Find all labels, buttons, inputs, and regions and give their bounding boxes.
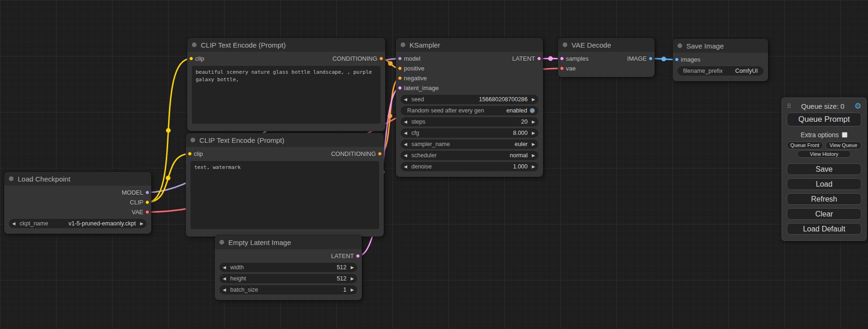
view-history-button[interactable]: View History: [797, 150, 851, 158]
increment-arrow-icon[interactable]: ▶: [349, 276, 354, 281]
input-slot-images: images: [673, 55, 768, 64]
negative-input-dot[interactable]: [398, 76, 402, 80]
steps-widget[interactable]: ◀ steps 20 ▶: [401, 117, 538, 126]
collapse-dot[interactable]: [563, 42, 567, 47]
prev-value-arrow-icon[interactable]: ◀: [404, 142, 409, 147]
collapse-dot[interactable]: [219, 240, 224, 245]
next-value-arrow-icon[interactable]: ▶: [530, 153, 535, 158]
collapse-dot[interactable]: [677, 43, 682, 48]
node-empty-latent-image[interactable]: Empty Latent Image LATENT ◀ width 512 ▶ …: [215, 235, 362, 300]
scheduler-widget[interactable]: ◀ scheduler normal ▶: [401, 151, 538, 160]
widget-label: seed: [411, 96, 424, 103]
latent-image-input-dot[interactable]: [398, 86, 402, 90]
conditioning-output-dot[interactable]: [379, 56, 383, 61]
view-queue-button[interactable]: View Queue: [826, 141, 862, 149]
clip-input-dot[interactable]: [189, 56, 193, 61]
node-title: CLIP Text Encode (Prompt): [201, 41, 286, 49]
increment-arrow-icon[interactable]: ▶: [349, 287, 354, 292]
clip-slot-dot[interactable]: [145, 200, 149, 204]
latent-output-dot[interactable]: [356, 254, 360, 258]
widget-label: filename_prefix: [683, 68, 723, 74]
vae-slot-dot[interactable]: [145, 210, 149, 214]
batch-size-widget[interactable]: ◀ batch_size 1 ▶: [219, 285, 357, 294]
images-input-dot[interactable]: [675, 57, 679, 62]
decrement-arrow-icon[interactable]: ◀: [404, 131, 409, 135]
queue-prompt-button[interactable]: Queue Prompt: [787, 112, 861, 126]
node-title-bar[interactable]: Save Image: [673, 39, 768, 53]
node-title-bar[interactable]: CLIP Text Encode (Prompt): [187, 38, 385, 52]
collapse-dot[interactable]: [192, 42, 197, 47]
image-output-dot[interactable]: [649, 56, 653, 61]
negative-prompt-textarea[interactable]: text, watermark: [191, 161, 379, 229]
decrement-arrow-icon[interactable]: ◀: [404, 164, 409, 169]
decrement-arrow-icon[interactable]: ◀: [404, 119, 409, 124]
increment-arrow-icon[interactable]: ▶: [530, 131, 535, 135]
sampler-name-widget[interactable]: ◀ sampler_name euler ▶: [401, 140, 538, 149]
conditioning-output-dot[interactable]: [378, 152, 382, 156]
prev-value-arrow-icon[interactable]: ◀: [12, 221, 17, 226]
node-title-bar[interactable]: VAE Decode: [558, 38, 655, 52]
positive-input-dot[interactable]: [398, 66, 402, 70]
samples-input-dot[interactable]: [560, 56, 564, 61]
widget-value: ComfyUI: [735, 68, 758, 74]
increment-arrow-icon[interactable]: ▶: [349, 265, 354, 270]
node-title-bar[interactable]: Load Checkpoint: [4, 172, 151, 186]
collapse-dot[interactable]: [191, 138, 195, 142]
decrement-arrow-icon[interactable]: ◀: [223, 265, 228, 270]
settings-gear-icon[interactable]: ⚙: [854, 102, 861, 110]
node-clip-text-encode-negative[interactable]: CLIP Text Encode (Prompt) clip CONDITION…: [186, 133, 384, 237]
refresh-button[interactable]: Refresh: [787, 193, 861, 205]
node-title: Load Checkpoint: [18, 175, 71, 183]
increment-arrow-icon[interactable]: ▶: [530, 119, 535, 124]
widget-value: normal: [510, 152, 528, 159]
save-button[interactable]: Save: [787, 163, 861, 175]
width-widget[interactable]: ◀ width 512 ▶: [219, 263, 357, 272]
collapse-dot[interactable]: [9, 176, 14, 181]
input-slot-vae: vae: [558, 63, 655, 73]
decrement-arrow-icon[interactable]: ◀: [223, 287, 228, 292]
clip-input-dot[interactable]: [188, 152, 192, 156]
node-save-image[interactable]: Save Image images filename_prefix ComfyU…: [673, 39, 768, 81]
load-default-button[interactable]: Load Default: [787, 223, 861, 235]
increment-arrow-icon[interactable]: ▶: [530, 164, 535, 169]
decrement-arrow-icon[interactable]: ◀: [223, 276, 228, 281]
node-title-bar[interactable]: KSampler: [396, 38, 543, 52]
next-value-arrow-icon[interactable]: ▶: [138, 221, 143, 226]
queue-front-button[interactable]: Queue Front: [787, 141, 823, 149]
drag-handle-icon[interactable]: ⠿: [787, 103, 791, 110]
ckpt-name-widget[interactable]: ◀ ckpt_name v1-5-pruned-emaonly.ckpt ▶: [9, 219, 147, 228]
model-input-dot[interactable]: [398, 56, 402, 61]
widget-label: scheduler: [411, 152, 437, 159]
input-label-images: images: [681, 56, 700, 63]
output-label-vae: VAE: [132, 209, 143, 216]
filename-prefix-widget[interactable]: filename_prefix ComfyUI: [677, 66, 763, 76]
node-ksampler[interactable]: KSampler model LATENT positive negative …: [396, 38, 543, 177]
output-slot-latent: LATENT: [215, 251, 362, 261]
cfg-widget[interactable]: ◀ cfg 8.000 ▶: [401, 128, 538, 138]
model-slot-dot[interactable]: [145, 190, 149, 195]
widget-value: 8.000: [513, 130, 528, 136]
increment-arrow-icon[interactable]: ▶: [530, 97, 535, 102]
prev-value-arrow-icon[interactable]: ◀: [404, 153, 409, 158]
node-title-bar[interactable]: Empty Latent Image: [215, 235, 362, 249]
node-clip-text-encode-positive[interactable]: CLIP Text Encode (Prompt) clip CONDITION…: [187, 38, 385, 131]
next-value-arrow-icon[interactable]: ▶: [530, 142, 535, 147]
toggle-dot[interactable]: [529, 108, 535, 113]
random-seed-toggle-widget[interactable]: Random seed after every gen enabled: [401, 106, 538, 115]
link-clip-negative[interactable]: [147, 154, 190, 203]
seed-widget[interactable]: ◀ seed 156680208700286 ▶: [401, 95, 538, 104]
load-button[interactable]: Load: [787, 178, 861, 190]
denoise-widget[interactable]: ◀ denoise 1.000 ▶: [401, 162, 538, 171]
decrement-arrow-icon[interactable]: ◀: [404, 97, 409, 102]
vae-input-dot[interactable]: [560, 66, 564, 70]
node-vae-decode[interactable]: VAE Decode samples IMAGE vae: [558, 38, 655, 77]
positive-prompt-textarea[interactable]: beautiful scenery nature glass bottle la…: [192, 66, 381, 124]
clear-button[interactable]: Clear: [787, 208, 861, 220]
collapse-dot[interactable]: [401, 42, 405, 47]
node-title-bar[interactable]: CLIP Text Encode (Prompt): [186, 133, 384, 147]
node-load-checkpoint[interactable]: Load Checkpoint MODEL CLIP VAE ◀ ckpt_na…: [4, 172, 151, 234]
height-widget[interactable]: ◀ height 512 ▶: [219, 274, 357, 283]
latent-output-dot[interactable]: [537, 56, 541, 61]
extra-options-checkbox[interactable]: [842, 132, 847, 138]
link-clip-positive[interactable]: [147, 59, 191, 203]
